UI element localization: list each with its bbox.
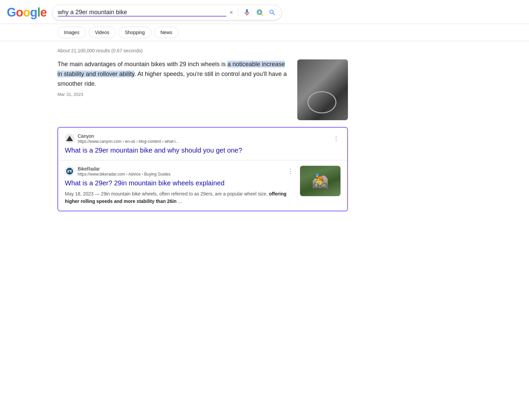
bikeradar-result-content: BikeRadar https://www.bikeradar.com › Ad…: [65, 166, 295, 205]
lens-icon[interactable]: [256, 8, 264, 17]
bikeradar-snippet: May 18, 2023 — 29in mountain bike wheels…: [65, 190, 295, 205]
bikeradar-more-button[interactable]: ⋮: [286, 167, 295, 175]
search-result-canyon: Canyon https://www.canyon.com › en-us › …: [58, 128, 347, 160]
canyon-source-url: https://www.canyon.com › en-us › blog-co…: [78, 139, 328, 144]
tab-shopping[interactable]: Shopping: [118, 27, 151, 38]
bikeradar-favicon: [65, 166, 74, 176]
tab-news[interactable]: News: [154, 27, 179, 38]
logo-letter-g1: G: [7, 5, 16, 19]
svg-line-2: [261, 14, 263, 16]
bikeradar-image: [300, 166, 341, 196]
search-input[interactable]: [58, 9, 226, 17]
svg-point-4: [66, 168, 73, 175]
logo-letter-o1: o: [16, 5, 23, 19]
logo-letter-g2: g: [30, 5, 37, 19]
canyon-favicon: [65, 134, 74, 143]
results-area: About 21,100,000 results (0.67 seconds) …: [0, 41, 372, 225]
canyon-more-button[interactable]: ⋮: [332, 135, 341, 142]
results-card: Canyon https://www.canyon.com › en-us › …: [57, 127, 348, 211]
bikeradar-source-info: BikeRadar https://www.bikeradar.com › Ad…: [78, 166, 282, 177]
results-count: About 21,100,000 results (0.67 seconds): [57, 48, 365, 53]
canyon-icon: [66, 134, 74, 142]
logo-letter-e: e: [40, 5, 47, 19]
featured-snippet: The main advantages of mountain bikes wi…: [57, 59, 348, 120]
svg-marker-3: [66, 136, 73, 141]
tab-videos[interactable]: Videos: [89, 27, 116, 38]
bikeradar-snippet-before: May 18, 2023 — 29in mountain bike wheels…: [65, 191, 269, 196]
bike-image-thumbnail-1: [297, 59, 348, 120]
svg-point-1: [258, 11, 261, 14]
svg-point-6: [70, 171, 72, 173]
header: Google ×: [0, 0, 529, 24]
snippet-text-before: The main advantages of mountain bikes wi…: [57, 61, 227, 68]
search-button-icon[interactable]: [269, 9, 276, 16]
canyon-source-info: Canyon https://www.canyon.com › en-us › …: [78, 133, 328, 144]
logo-letter-o2: o: [23, 5, 30, 19]
search-icons: ×: [230, 8, 276, 17]
mic-icon[interactable]: [243, 8, 251, 17]
bikeradar-source-url: https://www.bikeradar.com › Advice › Buy…: [78, 172, 282, 177]
google-logo: Google: [7, 5, 47, 20]
svg-point-5: [68, 171, 69, 173]
logo-letter-l: l: [37, 5, 40, 19]
bikeradar-thumbnail: [300, 166, 341, 196]
search-result-bikeradar: BikeRadar https://www.bikeradar.com › Ad…: [58, 160, 347, 210]
featured-text: The main advantages of mountain bikes wi…: [57, 59, 291, 120]
bikeradar-result-title[interactable]: What is a 29er? 29in mountain bike wheel…: [65, 179, 295, 187]
bikeradar-icon: [66, 167, 74, 175]
featured-image: [297, 59, 348, 120]
canyon-source-name: Canyon: [78, 133, 328, 139]
filter-tabs-bar: Images Videos Shopping News: [0, 24, 529, 41]
clear-icon[interactable]: ×: [230, 9, 233, 16]
bikeradar-source-name: BikeRadar: [78, 166, 282, 172]
canyon-result-title[interactable]: What is a 29er mountain bike and why sho…: [65, 146, 341, 155]
result-source-bikeradar: BikeRadar https://www.bikeradar.com › Ad…: [65, 166, 295, 177]
featured-snippet-date: Mar 31, 2023: [57, 92, 291, 97]
bikeradar-result-with-image: BikeRadar https://www.bikeradar.com › Ad…: [65, 166, 341, 205]
tab-images[interactable]: Images: [57, 27, 86, 38]
featured-snippet-text: The main advantages of mountain bikes wi…: [57, 59, 291, 88]
result-source-canyon: Canyon https://www.canyon.com › en-us › …: [65, 133, 341, 144]
search-bar: ×: [52, 5, 282, 20]
vertical-divider: [238, 8, 238, 17]
bikeradar-snippet-after: ...: [177, 199, 182, 204]
